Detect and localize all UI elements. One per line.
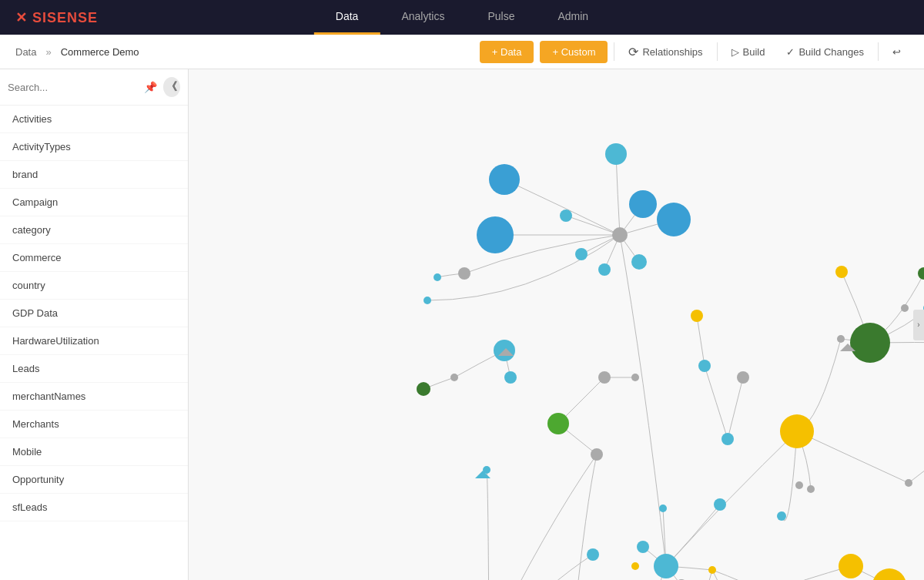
node-55[interactable] <box>708 566 716 574</box>
check-icon: ✓ <box>786 46 795 58</box>
sidebar-item-hardware-utilization[interactable]: HardwareUtilization <box>0 327 188 355</box>
build-changes-button[interactable]: ✓ Build Changes <box>778 41 872 63</box>
tab-admin[interactable]: Admin <box>536 0 610 35</box>
build-changes-label: Build Changes <box>798 46 864 58</box>
search-input[interactable] <box>8 82 137 93</box>
logo: ✕ SISENSE <box>15 9 98 26</box>
node-60[interactable] <box>872 568 906 580</box>
relationships-button[interactable]: ⟳ Relationships <box>621 39 710 65</box>
breadcrumb-bar: Data » Commerce Demo + Data + Custom ⟳ R… <box>0 35 924 69</box>
breadcrumb-current: Commerce Demo <box>61 46 139 58</box>
node-44[interactable] <box>905 479 912 487</box>
build-label: Build <box>743 46 765 58</box>
toolbar-divider2 <box>717 42 718 61</box>
tab-pulse[interactable]: Pulse <box>466 0 536 35</box>
node-25[interactable] <box>737 371 749 384</box>
node-13[interactable] <box>424 297 431 304</box>
node-41[interactable] <box>835 266 848 278</box>
relationships-label: Relationships <box>642 46 702 58</box>
add-custom-button[interactable]: + Custom <box>540 41 608 63</box>
node-68[interactable] <box>777 511 786 521</box>
node-52[interactable] <box>637 541 649 553</box>
breadcrumb-root[interactable]: Data <box>15 46 36 58</box>
graph-canvas-area[interactable]: .edge { stroke: #bbb; stroke-width: 1; f… <box>189 69 924 580</box>
sidebar-item-activitytypes[interactable]: ActivityTypes <box>0 133 188 161</box>
toolbar-divider <box>614 42 614 61</box>
sidebar-item-mobile[interactable]: Mobile <box>0 438 188 466</box>
node-67[interactable] <box>659 505 667 512</box>
node-4[interactable] <box>612 227 628 243</box>
node-66[interactable] <box>714 498 726 511</box>
sidebar-item-country[interactable]: country <box>0 272 188 300</box>
node-23[interactable] <box>698 360 711 372</box>
tab-data[interactable]: Data <box>314 0 380 35</box>
build-icon: ▷ <box>732 46 739 58</box>
breadcrumb-separator: » <box>45 46 51 58</box>
node-7[interactable] <box>629 190 657 218</box>
sidebar-list: Activities ActivityTypes brand Campaign … <box>0 106 188 580</box>
relationship-graph: .edge { stroke: #bbb; stroke-width: 1; f… <box>189 69 924 580</box>
pin-icon[interactable]: 📌 <box>142 77 159 97</box>
node-12[interactable] <box>434 273 441 281</box>
sidebar-search-bar: 📌 《 <box>0 69 188 106</box>
collapse-sidebar-icon[interactable]: 《 <box>163 77 180 97</box>
sidebar-item-campaign[interactable]: Campaign <box>0 189 188 216</box>
logo-text: SISENSE <box>32 10 98 25</box>
logo-icon: ✕ <box>15 10 28 25</box>
sidebar-item-opportunity[interactable]: Opportunity <box>0 466 188 494</box>
node-14[interactable] <box>417 382 430 396</box>
node-22[interactable] <box>691 310 703 322</box>
node-17[interactable] <box>504 371 517 384</box>
node-8[interactable] <box>657 203 691 236</box>
node-26[interactable] <box>780 414 814 448</box>
node-5[interactable] <box>560 210 572 222</box>
node-42[interactable] <box>807 485 815 493</box>
node-11[interactable] <box>458 267 470 280</box>
node-28[interactable] <box>850 323 890 363</box>
node-27[interactable] <box>837 335 845 343</box>
sidebar-item-gdp-data[interactable]: GDP Data <box>0 300 188 327</box>
node-9[interactable] <box>631 254 647 270</box>
node-43[interactable] <box>795 481 803 489</box>
node-54[interactable] <box>631 562 639 570</box>
sidebar-item-activities[interactable]: Activities <box>0 106 188 133</box>
node-29[interactable] <box>918 267 924 280</box>
node-64[interactable] <box>587 548 599 561</box>
sidebar-item-brand[interactable]: brand <box>0 161 188 189</box>
toolbar-actions: + Data + Custom ⟳ Relationships ▷ Build … <box>480 39 909 65</box>
node-21[interactable] <box>631 374 639 381</box>
nav-tabs: Data Analytics Pulse Admin <box>314 0 610 35</box>
node-24[interactable] <box>721 433 734 445</box>
tab-analytics[interactable]: Analytics <box>380 0 466 35</box>
sidebar-item-leads[interactable]: Leads <box>0 355 188 383</box>
node-59[interactable] <box>839 554 863 578</box>
sidebar-item-merchants[interactable]: Merchants <box>0 411 188 438</box>
canvas-collapse-handle[interactable]: › <box>913 310 924 340</box>
node-20[interactable] <box>598 371 611 384</box>
node-3[interactable] <box>477 216 514 253</box>
sidebar-item-commerce[interactable]: Commerce <box>0 244 188 272</box>
node-2[interactable] <box>489 164 520 195</box>
top-nav: ✕ SISENSE Data Analytics Pulse Admin <box>0 0 924 35</box>
sidebar-item-merchant-names[interactable]: merchantNames <box>0 383 188 411</box>
node-30[interactable] <box>901 304 909 312</box>
add-data-button[interactable]: + Data <box>480 41 534 63</box>
relationships-icon: ⟳ <box>628 45 638 59</box>
node-6[interactable] <box>575 248 588 260</box>
node-10[interactable] <box>598 263 611 276</box>
node-50[interactable] <box>654 554 678 578</box>
sidebar: 📌 《 Activities ActivityTypes brand Campa… <box>0 69 189 580</box>
sidebar-item-category[interactable]: category <box>0 216 188 244</box>
node-19[interactable] <box>591 448 603 461</box>
sidebar-item-sfleads[interactable]: sfLeads <box>0 494 188 521</box>
toolbar-divider3 <box>878 42 879 61</box>
main-layout: 📌 《 Activities ActivityTypes brand Campa… <box>0 69 924 580</box>
node-15[interactable] <box>450 374 458 381</box>
undo-button[interactable]: ↩ <box>885 41 909 63</box>
node-1[interactable] <box>605 143 627 165</box>
node-18[interactable] <box>547 413 569 434</box>
build-button[interactable]: ▷ Build <box>724 41 773 63</box>
